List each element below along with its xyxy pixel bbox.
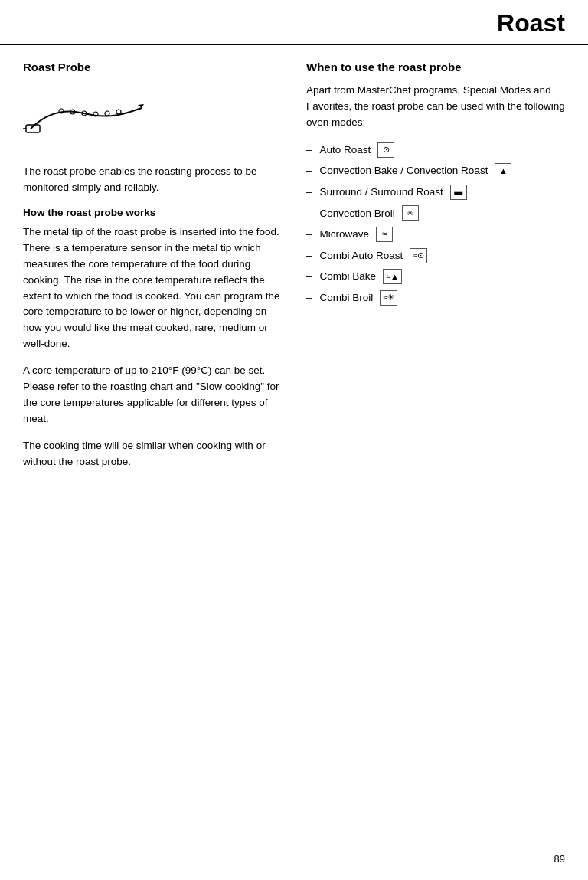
page-title: Roast bbox=[497, 9, 565, 37]
probe-illustration bbox=[23, 83, 145, 152]
mode-list-item: –Microwave≈ bbox=[306, 226, 565, 243]
body-text-2: The metal tip of the roast probe is inse… bbox=[23, 224, 283, 352]
list-dash: – bbox=[306, 184, 312, 201]
svg-point-8 bbox=[105, 111, 109, 116]
mode-label: Auto Roast bbox=[320, 142, 371, 159]
list-dash: – bbox=[306, 226, 312, 243]
mode-label: Convection Broil bbox=[320, 205, 395, 222]
mode-list-item: –Combi Bake≈▲ bbox=[306, 268, 565, 285]
page-number: 89 bbox=[554, 853, 565, 865]
mode-list-item: –Auto Roast⊙ bbox=[306, 142, 565, 159]
list-dash: – bbox=[306, 142, 312, 159]
how-it-works-heading: How the roast probe works bbox=[23, 207, 283, 218]
list-dash: – bbox=[306, 247, 312, 264]
mode-icon: ✳ bbox=[402, 205, 419, 221]
mode-label: Combi Bake bbox=[320, 268, 377, 285]
svg-marker-1 bbox=[138, 104, 144, 108]
mode-label: Convection Bake / Convection Roast bbox=[320, 162, 488, 179]
svg-line-0 bbox=[130, 108, 142, 112]
when-to-use-heading: When to use the roast probe bbox=[306, 61, 565, 74]
mode-icon: ⊙ bbox=[377, 142, 394, 158]
roast-probe-heading: Roast Probe bbox=[23, 61, 283, 74]
mode-label: Microwave bbox=[320, 226, 370, 243]
list-dash: – bbox=[306, 205, 312, 222]
intro-text: Apart from MasterChef programs, Special … bbox=[306, 83, 565, 131]
mode-label: Combi Broil bbox=[320, 290, 374, 306]
oven-modes-list: –Auto Roast⊙–Convection Bake / Convectio… bbox=[306, 142, 565, 306]
mode-icon: ▲ bbox=[495, 163, 511, 178]
left-column: Roast Probe bbox=[23, 61, 283, 481]
mode-list-item: –Surround / Surround Roast▬ bbox=[306, 184, 565, 201]
list-dash: – bbox=[306, 162, 312, 179]
body-text-1: The roast probe enables the roasting pro… bbox=[23, 164, 283, 196]
mode-icon: ▬ bbox=[450, 185, 467, 200]
mode-list-item: –Convection Bake / Convection Roast▲ bbox=[306, 162, 565, 179]
body-text-3: A core temperature of up to 210°F (99°C)… bbox=[23, 363, 283, 427]
page-container: Roast Roast Probe bbox=[0, 0, 588, 880]
mode-list-item: –Combi Broil≈✳ bbox=[306, 290, 565, 306]
probe-image-area bbox=[23, 83, 145, 152]
list-dash: – bbox=[306, 290, 312, 306]
mode-icon: ≈ bbox=[376, 227, 393, 242]
mode-list-item: –Combi Auto Roast≈⊙ bbox=[306, 247, 565, 264]
list-dash: – bbox=[306, 268, 312, 285]
body-text-4: The cooking time will be similar when co… bbox=[23, 438, 283, 470]
page-header: Roast bbox=[0, 0, 588, 45]
mode-label: Surround / Surround Roast bbox=[320, 184, 443, 201]
mode-icon: ≈✳ bbox=[380, 290, 397, 306]
mode-list-item: –Convection Broil✳ bbox=[306, 205, 565, 222]
content-area: Roast Probe bbox=[0, 45, 588, 496]
right-column: When to use the roast probe Apart from M… bbox=[299, 61, 565, 481]
mode-icon: ≈⊙ bbox=[410, 248, 427, 263]
mode-icon: ≈▲ bbox=[383, 269, 402, 284]
mode-label: Combi Auto Roast bbox=[320, 247, 403, 264]
svg-point-9 bbox=[116, 110, 121, 114]
